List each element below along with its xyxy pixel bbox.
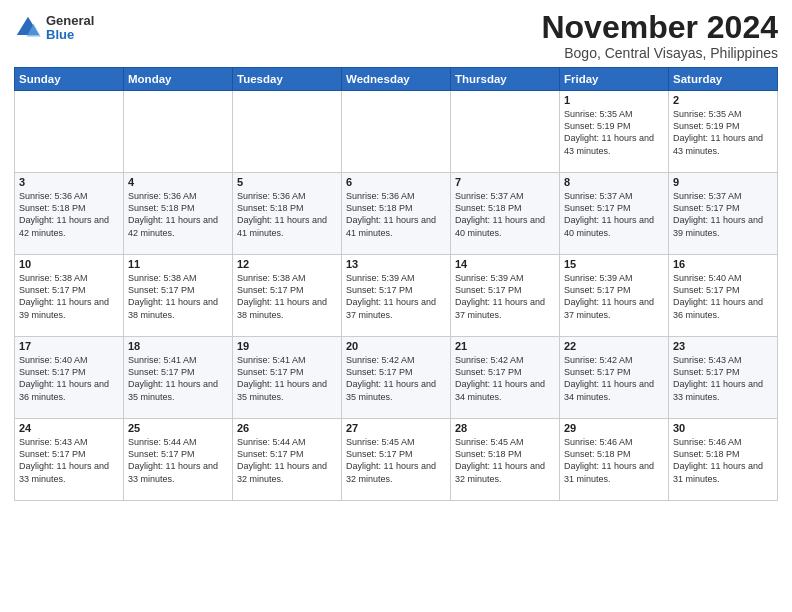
col-header-sunday: Sunday — [15, 68, 124, 91]
table-row: 22Sunrise: 5:42 AM Sunset: 5:17 PM Dayli… — [560, 337, 669, 419]
table-row: 21Sunrise: 5:42 AM Sunset: 5:17 PM Dayli… — [451, 337, 560, 419]
day-number: 4 — [128, 176, 228, 188]
day-number: 10 — [19, 258, 119, 270]
table-row: 18Sunrise: 5:41 AM Sunset: 5:17 PM Dayli… — [124, 337, 233, 419]
title-block: November 2024 Bogo, Central Visayas, Phi… — [541, 10, 778, 61]
logo-general-label: General — [46, 14, 94, 28]
day-info: Sunrise: 5:46 AM Sunset: 5:18 PM Dayligh… — [673, 436, 773, 485]
calendar-week-row: 24Sunrise: 5:43 AM Sunset: 5:17 PM Dayli… — [15, 419, 778, 501]
calendar-week-row: 10Sunrise: 5:38 AM Sunset: 5:17 PM Dayli… — [15, 255, 778, 337]
table-row: 7Sunrise: 5:37 AM Sunset: 5:18 PM Daylig… — [451, 173, 560, 255]
calendar-week-row: 1Sunrise: 5:35 AM Sunset: 5:19 PM Daylig… — [15, 91, 778, 173]
table-row — [124, 91, 233, 173]
table-row: 28Sunrise: 5:45 AM Sunset: 5:18 PM Dayli… — [451, 419, 560, 501]
day-info: Sunrise: 5:35 AM Sunset: 5:19 PM Dayligh… — [564, 108, 664, 157]
table-row: 29Sunrise: 5:46 AM Sunset: 5:18 PM Dayli… — [560, 419, 669, 501]
day-number: 17 — [19, 340, 119, 352]
day-number: 27 — [346, 422, 446, 434]
day-number: 6 — [346, 176, 446, 188]
day-number: 20 — [346, 340, 446, 352]
day-info: Sunrise: 5:45 AM Sunset: 5:18 PM Dayligh… — [455, 436, 555, 485]
day-number: 15 — [564, 258, 664, 270]
table-row: 24Sunrise: 5:43 AM Sunset: 5:17 PM Dayli… — [15, 419, 124, 501]
table-row: 17Sunrise: 5:40 AM Sunset: 5:17 PM Dayli… — [15, 337, 124, 419]
table-row: 9Sunrise: 5:37 AM Sunset: 5:17 PM Daylig… — [669, 173, 778, 255]
calendar-week-row: 17Sunrise: 5:40 AM Sunset: 5:17 PM Dayli… — [15, 337, 778, 419]
day-number: 1 — [564, 94, 664, 106]
day-number: 9 — [673, 176, 773, 188]
day-number: 21 — [455, 340, 555, 352]
day-number: 28 — [455, 422, 555, 434]
header: General Blue November 2024 Bogo, Central… — [14, 10, 778, 61]
day-info: Sunrise: 5:37 AM Sunset: 5:18 PM Dayligh… — [455, 190, 555, 239]
day-number: 11 — [128, 258, 228, 270]
logo-text: General Blue — [46, 14, 94, 43]
table-row: 13Sunrise: 5:39 AM Sunset: 5:17 PM Dayli… — [342, 255, 451, 337]
calendar-week-row: 3Sunrise: 5:36 AM Sunset: 5:18 PM Daylig… — [15, 173, 778, 255]
logo-blue-label: Blue — [46, 28, 94, 42]
day-info: Sunrise: 5:37 AM Sunset: 5:17 PM Dayligh… — [564, 190, 664, 239]
table-row: 6Sunrise: 5:36 AM Sunset: 5:18 PM Daylig… — [342, 173, 451, 255]
day-number: 12 — [237, 258, 337, 270]
table-row: 23Sunrise: 5:43 AM Sunset: 5:17 PM Dayli… — [669, 337, 778, 419]
col-header-wednesday: Wednesday — [342, 68, 451, 91]
col-header-friday: Friday — [560, 68, 669, 91]
day-info: Sunrise: 5:37 AM Sunset: 5:17 PM Dayligh… — [673, 190, 773, 239]
col-header-monday: Monday — [124, 68, 233, 91]
day-number: 23 — [673, 340, 773, 352]
col-header-tuesday: Tuesday — [233, 68, 342, 91]
day-info: Sunrise: 5:41 AM Sunset: 5:17 PM Dayligh… — [128, 354, 228, 403]
day-info: Sunrise: 5:40 AM Sunset: 5:17 PM Dayligh… — [19, 354, 119, 403]
day-info: Sunrise: 5:42 AM Sunset: 5:17 PM Dayligh… — [346, 354, 446, 403]
day-number: 16 — [673, 258, 773, 270]
day-info: Sunrise: 5:40 AM Sunset: 5:17 PM Dayligh… — [673, 272, 773, 321]
table-row: 1Sunrise: 5:35 AM Sunset: 5:19 PM Daylig… — [560, 91, 669, 173]
table-row: 4Sunrise: 5:36 AM Sunset: 5:18 PM Daylig… — [124, 173, 233, 255]
day-number: 8 — [564, 176, 664, 188]
day-number: 2 — [673, 94, 773, 106]
day-info: Sunrise: 5:43 AM Sunset: 5:17 PM Dayligh… — [19, 436, 119, 485]
day-info: Sunrise: 5:41 AM Sunset: 5:17 PM Dayligh… — [237, 354, 337, 403]
day-info: Sunrise: 5:36 AM Sunset: 5:18 PM Dayligh… — [19, 190, 119, 239]
day-info: Sunrise: 5:38 AM Sunset: 5:17 PM Dayligh… — [128, 272, 228, 321]
day-info: Sunrise: 5:36 AM Sunset: 5:18 PM Dayligh… — [346, 190, 446, 239]
day-number: 13 — [346, 258, 446, 270]
calendar-table: Sunday Monday Tuesday Wednesday Thursday… — [14, 67, 778, 501]
logo: General Blue — [14, 14, 94, 43]
table-row — [342, 91, 451, 173]
day-info: Sunrise: 5:43 AM Sunset: 5:17 PM Dayligh… — [673, 354, 773, 403]
day-number: 7 — [455, 176, 555, 188]
day-info: Sunrise: 5:39 AM Sunset: 5:17 PM Dayligh… — [455, 272, 555, 321]
day-info: Sunrise: 5:35 AM Sunset: 5:19 PM Dayligh… — [673, 108, 773, 157]
day-info: Sunrise: 5:45 AM Sunset: 5:17 PM Dayligh… — [346, 436, 446, 485]
table-row: 10Sunrise: 5:38 AM Sunset: 5:17 PM Dayli… — [15, 255, 124, 337]
table-row — [15, 91, 124, 173]
day-info: Sunrise: 5:42 AM Sunset: 5:17 PM Dayligh… — [455, 354, 555, 403]
day-number: 5 — [237, 176, 337, 188]
table-row: 12Sunrise: 5:38 AM Sunset: 5:17 PM Dayli… — [233, 255, 342, 337]
day-number: 19 — [237, 340, 337, 352]
table-row: 5Sunrise: 5:36 AM Sunset: 5:18 PM Daylig… — [233, 173, 342, 255]
day-number: 25 — [128, 422, 228, 434]
table-row: 11Sunrise: 5:38 AM Sunset: 5:17 PM Dayli… — [124, 255, 233, 337]
day-info: Sunrise: 5:38 AM Sunset: 5:17 PM Dayligh… — [19, 272, 119, 321]
day-info: Sunrise: 5:44 AM Sunset: 5:17 PM Dayligh… — [128, 436, 228, 485]
day-info: Sunrise: 5:46 AM Sunset: 5:18 PM Dayligh… — [564, 436, 664, 485]
table-row: 16Sunrise: 5:40 AM Sunset: 5:17 PM Dayli… — [669, 255, 778, 337]
table-row: 8Sunrise: 5:37 AM Sunset: 5:17 PM Daylig… — [560, 173, 669, 255]
table-row: 27Sunrise: 5:45 AM Sunset: 5:17 PM Dayli… — [342, 419, 451, 501]
month-title: November 2024 — [541, 10, 778, 45]
day-number: 29 — [564, 422, 664, 434]
table-row: 19Sunrise: 5:41 AM Sunset: 5:17 PM Dayli… — [233, 337, 342, 419]
table-row: 14Sunrise: 5:39 AM Sunset: 5:17 PM Dayli… — [451, 255, 560, 337]
day-info: Sunrise: 5:42 AM Sunset: 5:17 PM Dayligh… — [564, 354, 664, 403]
col-header-thursday: Thursday — [451, 68, 560, 91]
day-info: Sunrise: 5:44 AM Sunset: 5:17 PM Dayligh… — [237, 436, 337, 485]
table-row: 20Sunrise: 5:42 AM Sunset: 5:17 PM Dayli… — [342, 337, 451, 419]
table-row: 25Sunrise: 5:44 AM Sunset: 5:17 PM Dayli… — [124, 419, 233, 501]
day-number: 14 — [455, 258, 555, 270]
table-row: 26Sunrise: 5:44 AM Sunset: 5:17 PM Dayli… — [233, 419, 342, 501]
day-info: Sunrise: 5:38 AM Sunset: 5:17 PM Dayligh… — [237, 272, 337, 321]
table-row: 15Sunrise: 5:39 AM Sunset: 5:17 PM Dayli… — [560, 255, 669, 337]
table-row: 2Sunrise: 5:35 AM Sunset: 5:19 PM Daylig… — [669, 91, 778, 173]
